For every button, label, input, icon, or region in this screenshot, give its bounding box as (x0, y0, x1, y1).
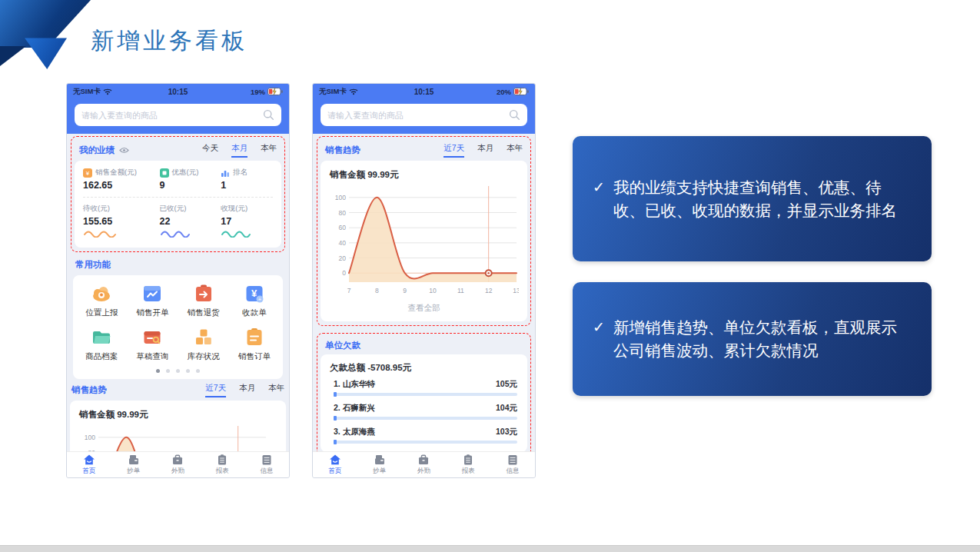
debt-title: 单位欠款 (325, 340, 360, 351)
feature-sales-return[interactable]: 销售退货 (178, 283, 229, 318)
briefcase-icon (417, 454, 430, 466)
svg-text:13: 13 (513, 287, 519, 294)
tab-7days[interactable]: 近7天 (443, 143, 464, 158)
debt-card: 欠款总额 -5708.95元 1. 山东华特105元 2. 石狮新兴104元 3… (321, 354, 527, 451)
discount-icon (160, 168, 169, 178)
report-clipboard-icon (216, 454, 228, 466)
feature-product-archive[interactable]: 商品档案 (76, 327, 127, 362)
phone-mockup-home: 无SIM卡 10:15 19% 我的业绩 (66, 83, 290, 478)
trend-title: 销售趋势 (325, 145, 360, 156)
tab-this-year[interactable]: 本年 (268, 383, 284, 397)
battery-charging-icon (513, 88, 529, 95)
nav-home[interactable]: 首页 (67, 454, 111, 476)
nav-reports[interactable]: 报表 (446, 454, 490, 476)
tab-this-month[interactable]: 本月 (477, 143, 493, 158)
callout-trend-debt: ✓ 新增销售趋势、单位欠款看板，直观展示公司销售波动、累计欠款情况 (573, 282, 932, 396)
performance-section-highlight: 我的业绩 今天 本月 本年 ¥ 销售金额(元) (71, 136, 285, 252)
nav-home[interactable]: 首页 (313, 454, 357, 476)
phone1-content: 我的业绩 今天 本月 本年 ¥ 销售金额(元) (67, 134, 289, 451)
nav-field-work[interactable]: 外勤 (156, 454, 201, 476)
nav-messages[interactable]: 信息 (490, 454, 535, 476)
home-icon (329, 454, 341, 466)
search-icon[interactable] (263, 109, 274, 121)
tab-this-year[interactable]: 本年 (261, 143, 277, 158)
tab-7days[interactable]: 近7天 (205, 383, 226, 397)
search-box[interactable] (75, 104, 281, 126)
status-bar: 无SIM卡 10:15 20% (313, 84, 535, 99)
search-icon[interactable] (509, 109, 520, 121)
order-clipboard-icon (244, 327, 265, 348)
search-box[interactable] (321, 104, 527, 126)
debt-section-highlight: 单位欠款 欠款总额 -5708.95元 1. 山东华特105元 2. 石狮新兴1… (317, 333, 531, 451)
archive-drawers-icon (261, 454, 273, 466)
svg-text:20: 20 (339, 254, 347, 262)
search-input[interactable] (327, 111, 509, 120)
search-area (313, 99, 535, 134)
draft-search-icon (141, 327, 163, 348)
search-area (67, 99, 289, 134)
yuan-receipt-icon: ¥+ (244, 283, 265, 304)
stat-discount: 优惠(元) 9 (160, 168, 221, 191)
check-icon: ✓ (593, 176, 605, 221)
svg-text:80: 80 (339, 209, 347, 217)
trend-header-p1: 销售趋势 近7天 本月 本年 (67, 379, 289, 401)
report-clipboard-icon (462, 454, 474, 466)
clock-label: 10:15 (380, 88, 467, 96)
trend-section-highlight: 销售趋势 近7天 本月 本年 销售金额 99.99元 0204060801007… (317, 136, 531, 326)
feature-payment-receipt[interactable]: ¥+ 收款单 (229, 283, 280, 318)
tab-this-year[interactable]: 本年 (507, 143, 523, 158)
trend-amount-label: 销售金额 99.99元 (330, 169, 519, 181)
feature-location-report[interactable]: 位置上报 (76, 283, 127, 318)
feature-sales-order-list[interactable]: 销售订单 (229, 327, 280, 362)
phone2-content: 销售趋势 近7天 本月 本年 销售金额 99.99元 0204060801007… (313, 134, 535, 451)
view-all-link[interactable]: 查看全部 (329, 299, 519, 314)
trend-chart-mini: 02040608010078910111213 (78, 422, 277, 451)
sparkline-blue (160, 229, 191, 238)
pagination-dots[interactable] (76, 362, 280, 375)
nav-copy-order[interactable]: 抄单 (357, 454, 402, 476)
briefcase-icon (171, 454, 184, 466)
area-chart: 02040608010078910111213 (78, 422, 273, 451)
svg-text:10: 10 (429, 287, 437, 294)
area-chart: 02040608010078910111213 (329, 182, 519, 298)
features-card: 位置上报 销售开单 销售退货 ¥+ 收款单 (73, 275, 283, 379)
debt-row[interactable]: 1. 山东华特105元 (334, 379, 517, 396)
nav-reports[interactable]: 报表 (200, 454, 244, 476)
feature-draft-query[interactable]: 草稿查询 (127, 327, 178, 362)
eye-icon[interactable] (119, 147, 129, 154)
callout-trend-debt-text: 新增销售趋势、单位欠款看板，直观展示公司销售波动、累计欠款情况 (613, 316, 912, 361)
svg-text:60: 60 (339, 224, 347, 231)
dot-active[interactable] (156, 369, 160, 373)
svg-text:0: 0 (342, 269, 346, 277)
svg-text:7: 7 (347, 287, 351, 294)
status-bar: 无SIM卡 10:15 19% (67, 84, 289, 99)
debt-row[interactable]: 3. 太原海燕103元 (334, 427, 517, 444)
rank-bars-icon (221, 168, 230, 178)
trend-header-p2: 销售趋势 近7天 本月 本年 (321, 139, 527, 161)
svg-text:40: 40 (339, 239, 347, 247)
return-clipboard-icon (193, 283, 214, 304)
trend-card-p1: 销售金额 99.99元 02040608010078910111213 (70, 401, 286, 451)
corner-decoration-small (0, 46, 26, 66)
feature-sales-order-create[interactable]: 销售开单 (127, 283, 178, 318)
battery-charging-icon (267, 88, 283, 95)
nav-messages[interactable]: 信息 (244, 454, 289, 476)
feature-inventory-status[interactable]: 库存状况 (178, 327, 229, 362)
check-icon: ✓ (593, 316, 605, 361)
nav-copy-order[interactable]: 抄单 (111, 454, 156, 476)
cloud-location-icon (91, 283, 112, 304)
debt-total-label: 欠款总额 -5708.95元 (330, 362, 519, 374)
archive-drawers-icon (507, 454, 519, 466)
stats-divider (83, 197, 273, 198)
svg-text:11: 11 (457, 287, 464, 294)
battery-percent-label: 20% (497, 88, 511, 96)
nav-field-work[interactable]: 外勤 (402, 454, 447, 476)
tab-this-month[interactable]: 本月 (239, 383, 255, 397)
tab-this-month[interactable]: 本月 (231, 143, 247, 158)
debt-row[interactable]: 2. 石狮新兴104元 (334, 403, 517, 420)
tab-today[interactable]: 今天 (202, 143, 218, 158)
performance-card: ¥ 销售金额(元) 162.65 优惠(元) 9 (75, 161, 281, 248)
search-input[interactable] (81, 111, 263, 120)
trend-amount-label: 销售金额 99.99元 (79, 409, 277, 421)
svg-text:9: 9 (403, 287, 407, 294)
